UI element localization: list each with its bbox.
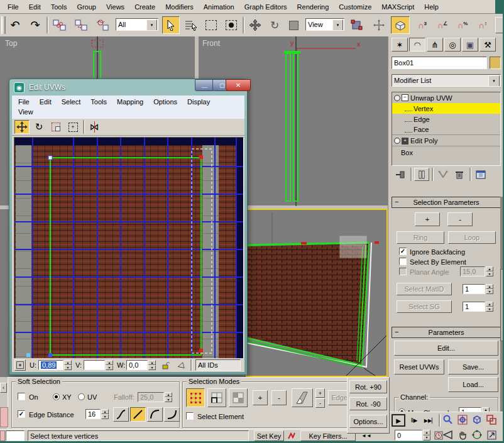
modifier-enable-bulb-icon[interactable] [394, 138, 400, 144]
menu-customize[interactable]: Customize [334, 2, 376, 12]
stack-item-edge[interactable]: Edge [392, 114, 500, 124]
menu-group[interactable]: Group [72, 2, 101, 12]
undo-button[interactable]: ↶ [6, 17, 24, 33]
menu-graph-editors[interactable]: Graph Editors [239, 2, 292, 12]
remove-modifier-button[interactable] [452, 168, 467, 181]
soft-on-checkbox[interactable] [18, 393, 25, 400]
paint-grow-button[interactable]: + [315, 388, 325, 398]
redo-button[interactable]: ↷ [26, 17, 44, 33]
configure-modifier-sets-button[interactable] [473, 168, 488, 181]
pan-view-button[interactable] [456, 428, 469, 442]
paint-select-button[interactable] [292, 388, 313, 407]
perspective-viewport[interactable] [246, 209, 388, 377]
dialog-menu-select[interactable]: Select [57, 97, 86, 107]
mini-listener-pink[interactable] [0, 430, 5, 441]
edit-uvws-button[interactable]: Edit... [394, 341, 498, 356]
menu-rendering[interactable]: Rendering [292, 2, 334, 12]
menu-file[interactable]: File [3, 2, 24, 12]
stack-item-vertex[interactable]: Vertex [392, 103, 500, 114]
reference-coordinate-dropdown[interactable]: View ▼ [305, 18, 344, 31]
scroll-left-button[interactable]: ‹ [0, 383, 7, 393]
selection-parameters-header[interactable]: − Selection Parameters [392, 197, 501, 208]
select-by-name-button[interactable] [182, 17, 200, 33]
minimize-button[interactable]: — [195, 79, 214, 91]
current-time-field[interactable]: 0 [395, 430, 422, 440]
parameters-header[interactable]: − Parameters [392, 327, 501, 338]
select-object-button[interactable] [162, 16, 180, 34]
loop-button[interactable]: Loop [448, 231, 496, 244]
zoom-extents-all-button[interactable] [485, 413, 498, 427]
maximize-viewport-toggle[interactable] [485, 428, 498, 442]
close-button[interactable]: ✕ [226, 79, 251, 91]
falloff-spinner[interactable] [165, 392, 172, 402]
falloff-linear-button[interactable] [130, 407, 146, 422]
edge-mode-button[interactable] [207, 388, 226, 407]
select-matid-button[interactable]: Select MatID [397, 283, 452, 295]
paint-shrink-button[interactable]: - [315, 398, 325, 408]
stack-item-edit-poly[interactable]: + Edit Poly [392, 136, 500, 146]
matid-spinner[interactable] [486, 284, 493, 294]
menu-animation[interactable]: Animation [199, 2, 239, 12]
shrink-selection-button[interactable]: - [271, 390, 287, 405]
use-pivot-point-button[interactable] [348, 17, 366, 33]
collapse-box-icon[interactable]: − [402, 94, 408, 101]
tab-hierarchy[interactable]: ⋔ [427, 38, 443, 52]
uv-canvas[interactable] [14, 137, 244, 359]
planar-angle-checkbox[interactable] [399, 268, 407, 275]
go-to-end-button[interactable]: ▶▶▏ [422, 414, 437, 427]
time-configuration-button[interactable] [432, 430, 445, 440]
edge-distance-spinner[interactable] [101, 409, 109, 419]
menu-views[interactable]: Views [101, 2, 129, 12]
stack-item-box[interactable]: Box [392, 147, 500, 158]
modifier-list-dropdown[interactable]: Modifier List ▼ [392, 74, 501, 87]
arc-rotate-button[interactable] [470, 428, 484, 442]
falloff-field[interactable]: 25,0 [138, 392, 164, 402]
select-and-link-button[interactable] [50, 17, 69, 33]
stack-item-unwrap-uvw[interactable]: − Unwrap UVW [392, 92, 500, 103]
unlink-selection-button[interactable] [72, 17, 90, 33]
lock-selected-vertices-button[interactable] [160, 359, 172, 371]
percent-snap-button[interactable]: ∩% [454, 17, 471, 33]
uv-radio[interactable] [78, 393, 85, 400]
dropdown-arrow-icon[interactable]: ▼ [332, 19, 343, 31]
edit-uvws-window[interactable]: ◉ Edit UVWs — ▢ ✕ File Edit Select Tools… [9, 79, 248, 375]
edge-distance-field[interactable]: 16 [85, 409, 101, 419]
toolbar-grip[interactable] [1, 16, 6, 34]
zoom-all-button[interactable] [456, 413, 469, 427]
falloff-slow-button[interactable] [147, 407, 163, 422]
u-spinner[interactable] [64, 360, 72, 370]
snaps-toggle-button[interactable]: ∩3 [414, 17, 431, 33]
grow-uv-button[interactable]: + [415, 212, 440, 226]
sg-field[interactable]: 1 [463, 302, 485, 312]
select-and-scale-button[interactable] [285, 17, 302, 33]
stack-item-face[interactable]: Face [392, 124, 500, 135]
u-field[interactable]: 0,89 [38, 360, 63, 370]
dialog-menu-mapping[interactable]: Mapping [112, 97, 148, 107]
w-field[interactable]: 0,0 [126, 360, 148, 370]
dialog-menu-tools[interactable]: Tools [85, 97, 112, 107]
tab-motion[interactable]: ◎ [444, 38, 461, 52]
pin-stack-button[interactable] [393, 168, 408, 181]
dropdown-arrow-icon[interactable]: ▼ [488, 75, 500, 87]
rotate-plus-90-button[interactable]: Rot. +90 [349, 380, 387, 393]
dialog-menu-options[interactable]: Options [148, 97, 182, 107]
make-unique-button[interactable] [436, 168, 451, 181]
matid-field[interactable]: 1 [463, 284, 485, 294]
show-end-result-button[interactable] [414, 168, 429, 181]
face-mode-button[interactable] [229, 388, 248, 407]
time-spinner[interactable] [423, 430, 430, 440]
auto-key-button[interactable] [285, 430, 298, 441]
uv-move-button[interactable] [14, 120, 30, 134]
edge-distance-checkbox[interactable] [18, 410, 25, 418]
dropdown-arrow-icon[interactable]: ▼ [146, 19, 157, 31]
select-sg-button[interactable]: Select SG [397, 300, 452, 313]
ring-button[interactable]: Ring [397, 231, 444, 244]
object-color-swatch[interactable] [490, 57, 501, 69]
expand-box-icon[interactable]: + [402, 138, 408, 145]
uv-scale-button[interactable] [48, 120, 63, 134]
next-frame-button[interactable]: ‖▶ [407, 414, 421, 427]
rectangular-selection-region-button[interactable] [202, 17, 220, 33]
uv-freeform-button[interactable]: + [65, 120, 80, 134]
matid-filter-dropdown[interactable]: All IDs [195, 359, 241, 371]
absolute-mode-button[interactable] [14, 359, 26, 371]
